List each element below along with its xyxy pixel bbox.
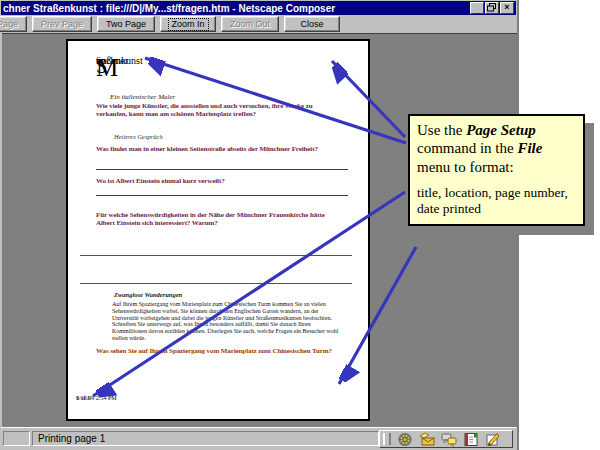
window-controls: _ × bbox=[470, 2, 514, 14]
next-page-button[interactable]: Next Page bbox=[0, 16, 27, 32]
prev-page-button[interactable]: Prev Page bbox=[32, 16, 92, 32]
composer-icon[interactable] bbox=[485, 432, 501, 447]
close-preview-button[interactable]: Close bbox=[284, 16, 340, 32]
question-2: Was findet man in einer kleinen Seitenst… bbox=[96, 145, 346, 153]
close-button[interactable]: × bbox=[500, 2, 514, 14]
maroon-rule-2 bbox=[96, 195, 348, 196]
question-4: Für welche Sehenswürdigkeiten in der Näh… bbox=[96, 211, 336, 227]
zoom-in-button[interactable]: Zoom In bbox=[160, 16, 216, 32]
print-preview-toolbar: Next Page Prev Page Two Page Zoom In Zoo… bbox=[1, 16, 516, 33]
status-cell-empty bbox=[3, 431, 30, 446]
maroon-rule-1 bbox=[96, 169, 348, 170]
minimize-button[interactable]: _ bbox=[470, 2, 484, 14]
component-bar-grip[interactable] bbox=[383, 433, 391, 445]
title-bar: chner Straßenkunst : file:///D|/My...st/… bbox=[1, 1, 516, 15]
inbox-icon[interactable] bbox=[419, 432, 435, 447]
two-page-button[interactable]: Two Page bbox=[97, 16, 155, 32]
document-subtitle: Ein italienischer Maler bbox=[110, 93, 175, 101]
date-printed: 9/16/99 2:54 PM bbox=[76, 395, 117, 401]
section-heading-2: Heiteres Gespräch bbox=[114, 133, 163, 140]
zoom-out-button[interactable]: Zoom Out bbox=[221, 16, 279, 32]
question-3: Wo ist Albert Einstein einmal kurz verwe… bbox=[96, 177, 346, 185]
body-paragraph: Auf Ihrem Spaziergang vom Marienplatz zu… bbox=[112, 301, 340, 342]
previewed-page: Fragen zur Münchner Straßenkunst file://… bbox=[66, 39, 370, 421]
callout-paragraph-2: title, location, page number, date print… bbox=[417, 185, 576, 217]
question-1: Wie viele junge Künstler, die ausstellen… bbox=[96, 102, 342, 118]
navigator-icon[interactable] bbox=[397, 432, 413, 447]
component-bar[interactable] bbox=[379, 430, 513, 448]
green-rule-1 bbox=[80, 255, 352, 256]
question-5: Was sehen Sie auf Ihrem Spaziergang vom … bbox=[96, 347, 332, 355]
window-title: chner Straßenkunst : file:///D|/My...st/… bbox=[1, 3, 470, 14]
status-message: Printing page 1 bbox=[32, 431, 379, 446]
callout-paragraph-1: Use the Page Setup command in the File m… bbox=[417, 121, 576, 176]
section-heading-3: Zwanglose Wanderungen bbox=[114, 291, 182, 298]
addressbook-icon[interactable] bbox=[463, 432, 479, 447]
restore-icon bbox=[487, 3, 497, 12]
print-preview-area: Fragen zur Münchner Straßenkunst file://… bbox=[2, 33, 517, 427]
newsgroups-icon[interactable] bbox=[441, 432, 457, 447]
green-rule-2 bbox=[80, 283, 352, 284]
annotation-callout: Use the Page Setup command in the File m… bbox=[408, 114, 585, 226]
restore-button[interactable] bbox=[485, 2, 499, 14]
status-bar: Printing page 1 bbox=[1, 427, 516, 449]
